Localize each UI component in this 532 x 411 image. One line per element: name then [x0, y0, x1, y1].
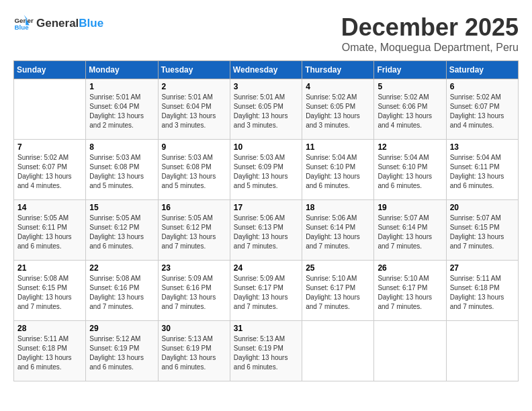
calendar-cell: 13Sunrise: 5:04 AM Sunset: 6:11 PM Dayli…: [446, 140, 518, 200]
day-info: Sunrise: 5:06 AM Sunset: 6:14 PM Dayligh…: [306, 214, 370, 251]
header: General Blue General Blue December 2025 …: [13, 13, 519, 54]
day-number: 8: [89, 142, 154, 152]
calendar-header-row: Sunday Monday Tuesday Wednesday Thursday…: [14, 61, 519, 79]
day-info: Sunrise: 5:09 AM Sunset: 6:16 PM Dayligh…: [162, 274, 226, 312]
col-tuesday: Tuesday: [158, 61, 230, 79]
day-info: Sunrise: 5:04 AM Sunset: 6:10 PM Dayligh…: [306, 153, 370, 191]
calendar-cell: 31Sunrise: 5:13 AM Sunset: 6:19 PM Dayli…: [230, 321, 302, 381]
col-friday: Friday: [374, 61, 446, 79]
calendar-cell: 18Sunrise: 5:06 AM Sunset: 6:14 PM Dayli…: [302, 200, 374, 261]
calendar-cell: 1Sunrise: 5:01 AM Sunset: 6:04 PM Daylig…: [86, 79, 158, 140]
calendar-cell: 11Sunrise: 5:04 AM Sunset: 6:10 PM Dayli…: [302, 140, 374, 200]
logo-blue-text: Blue: [79, 17, 103, 30]
calendar-cell: 10Sunrise: 5:03 AM Sunset: 6:09 PM Dayli…: [230, 140, 302, 200]
day-number: 24: [234, 263, 298, 273]
calendar-cell: 15Sunrise: 5:05 AM Sunset: 6:12 PM Dayli…: [86, 200, 158, 261]
calendar-week-4: 21Sunrise: 5:08 AM Sunset: 6:15 PM Dayli…: [14, 261, 519, 321]
day-number: 22: [89, 263, 154, 273]
day-info: Sunrise: 5:13 AM Sunset: 6:19 PM Dayligh…: [162, 334, 226, 372]
calendar-week-5: 28Sunrise: 5:11 AM Sunset: 6:18 PM Dayli…: [14, 321, 519, 381]
day-number: 26: [378, 263, 442, 273]
calendar-cell: 8Sunrise: 5:03 AM Sunset: 6:08 PM Daylig…: [86, 140, 158, 200]
col-monday: Monday: [86, 61, 158, 79]
day-info: Sunrise: 5:10 AM Sunset: 6:17 PM Dayligh…: [378, 274, 442, 312]
day-number: 13: [450, 142, 515, 152]
calendar-cell: [302, 321, 374, 381]
day-info: Sunrise: 5:04 AM Sunset: 6:11 PM Dayligh…: [450, 153, 515, 191]
svg-text:General: General: [15, 17, 34, 24]
day-number: 27: [450, 263, 515, 273]
calendar-cell: 4Sunrise: 5:02 AM Sunset: 6:05 PM Daylig…: [302, 79, 374, 140]
day-number: 12: [378, 142, 442, 152]
calendar-cell: 7Sunrise: 5:02 AM Sunset: 6:07 PM Daylig…: [14, 140, 86, 200]
calendar-cell: 14Sunrise: 5:05 AM Sunset: 6:11 PM Dayli…: [14, 200, 86, 261]
day-number: 7: [17, 142, 82, 152]
month-title: December 2025: [341, 13, 519, 42]
day-number: 14: [17, 203, 82, 212]
col-wednesday: Wednesday: [230, 61, 302, 79]
day-number: 1: [89, 82, 154, 91]
day-info: Sunrise: 5:02 AM Sunset: 6:06 PM Dayligh…: [378, 93, 442, 130]
col-saturday: Saturday: [446, 61, 518, 79]
calendar-cell: [374, 321, 446, 381]
calendar-cell: 27Sunrise: 5:11 AM Sunset: 6:18 PM Dayli…: [446, 261, 518, 321]
day-info: Sunrise: 5:03 AM Sunset: 6:08 PM Dayligh…: [162, 153, 226, 191]
col-sunday: Sunday: [14, 61, 86, 79]
calendar-cell: 5Sunrise: 5:02 AM Sunset: 6:06 PM Daylig…: [374, 79, 446, 140]
calendar-cell: [14, 79, 86, 140]
calendar-cell: 16Sunrise: 5:05 AM Sunset: 6:12 PM Dayli…: [158, 200, 230, 261]
logo: General Blue General Blue: [13, 13, 103, 34]
day-info: Sunrise: 5:05 AM Sunset: 6:11 PM Dayligh…: [17, 214, 82, 251]
day-number: 31: [234, 324, 298, 333]
calendar-cell: 24Sunrise: 5:09 AM Sunset: 6:17 PM Dayli…: [230, 261, 302, 321]
day-number: 21: [17, 263, 82, 273]
day-info: Sunrise: 5:07 AM Sunset: 6:15 PM Dayligh…: [450, 214, 515, 251]
day-number: 25: [306, 263, 370, 273]
calendar-week-2: 7Sunrise: 5:02 AM Sunset: 6:07 PM Daylig…: [14, 140, 519, 200]
day-number: 6: [450, 82, 515, 91]
day-number: 5: [378, 82, 442, 91]
calendar-week-3: 14Sunrise: 5:05 AM Sunset: 6:11 PM Dayli…: [14, 200, 519, 261]
day-info: Sunrise: 5:11 AM Sunset: 6:18 PM Dayligh…: [450, 274, 515, 312]
day-number: 19: [378, 203, 442, 212]
day-info: Sunrise: 5:01 AM Sunset: 6:05 PM Dayligh…: [234, 93, 298, 130]
day-info: Sunrise: 5:02 AM Sunset: 6:07 PM Dayligh…: [17, 153, 82, 191]
calendar-cell: 25Sunrise: 5:10 AM Sunset: 6:17 PM Dayli…: [302, 261, 374, 321]
calendar-cell: 29Sunrise: 5:12 AM Sunset: 6:19 PM Dayli…: [86, 321, 158, 381]
day-info: Sunrise: 5:02 AM Sunset: 6:05 PM Dayligh…: [306, 93, 370, 130]
calendar-table: Sunday Monday Tuesday Wednesday Thursday…: [13, 60, 519, 381]
day-info: Sunrise: 5:03 AM Sunset: 6:08 PM Dayligh…: [89, 153, 154, 191]
calendar-cell: 26Sunrise: 5:10 AM Sunset: 6:17 PM Dayli…: [374, 261, 446, 321]
calendar-cell: 20Sunrise: 5:07 AM Sunset: 6:15 PM Dayli…: [446, 200, 518, 261]
day-number: 18: [306, 203, 370, 212]
calendar-cell: 2Sunrise: 5:01 AM Sunset: 6:04 PM Daylig…: [158, 79, 230, 140]
calendar-cell: 6Sunrise: 5:02 AM Sunset: 6:07 PM Daylig…: [446, 79, 518, 140]
calendar-cell: [446, 321, 518, 381]
day-number: 10: [234, 142, 298, 152]
calendar-cell: 28Sunrise: 5:11 AM Sunset: 6:18 PM Dayli…: [14, 321, 86, 381]
day-number: 20: [450, 203, 515, 212]
day-number: 17: [234, 203, 298, 212]
day-number: 9: [162, 142, 226, 152]
day-info: Sunrise: 5:11 AM Sunset: 6:18 PM Dayligh…: [17, 334, 82, 372]
day-number: 30: [162, 324, 226, 333]
day-number: 11: [306, 142, 370, 152]
day-info: Sunrise: 5:05 AM Sunset: 6:12 PM Dayligh…: [162, 214, 226, 251]
calendar-cell: 12Sunrise: 5:04 AM Sunset: 6:10 PM Dayli…: [374, 140, 446, 200]
day-info: Sunrise: 5:13 AM Sunset: 6:19 PM Dayligh…: [234, 334, 298, 372]
day-number: 2: [162, 82, 226, 91]
day-info: Sunrise: 5:02 AM Sunset: 6:07 PM Dayligh…: [450, 93, 515, 130]
day-info: Sunrise: 5:03 AM Sunset: 6:09 PM Dayligh…: [234, 153, 298, 191]
calendar-cell: 23Sunrise: 5:09 AM Sunset: 6:16 PM Dayli…: [158, 261, 230, 321]
day-info: Sunrise: 5:08 AM Sunset: 6:16 PM Dayligh…: [89, 274, 154, 312]
day-number: 4: [306, 82, 370, 91]
calendar-cell: 21Sunrise: 5:08 AM Sunset: 6:15 PM Dayli…: [14, 261, 86, 321]
day-number: 23: [162, 263, 226, 273]
logo-general-text: General: [36, 17, 79, 30]
day-info: Sunrise: 5:06 AM Sunset: 6:13 PM Dayligh…: [234, 214, 298, 251]
day-info: Sunrise: 5:10 AM Sunset: 6:17 PM Dayligh…: [306, 274, 370, 312]
calendar-cell: 3Sunrise: 5:01 AM Sunset: 6:05 PM Daylig…: [230, 79, 302, 140]
day-number: 29: [89, 324, 154, 333]
title-area: December 2025 Omate, Moquegua Department…: [341, 13, 519, 54]
day-info: Sunrise: 5:05 AM Sunset: 6:12 PM Dayligh…: [89, 214, 154, 251]
